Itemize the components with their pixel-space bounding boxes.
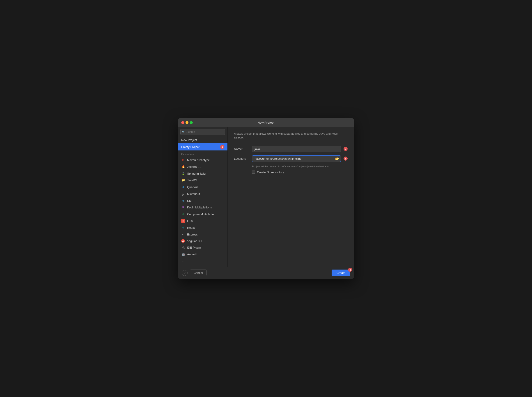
- help-button[interactable]: ?: [182, 270, 188, 276]
- compose-icon: ⚙: [181, 212, 185, 216]
- angular-icon: A: [181, 239, 185, 243]
- sidebar-item-compose-multiplatform[interactable]: ⚙ Compose Multiplatform: [178, 211, 227, 217]
- create-button[interactable]: Create: [332, 270, 350, 276]
- location-label: Location:: [234, 157, 252, 160]
- location-row: Location: 📂 3: [234, 155, 348, 162]
- name-row: Name: 2: [234, 146, 348, 152]
- sidebar-item-express[interactable]: ex Express: [178, 231, 227, 238]
- sidebar-item-javafx[interactable]: 📁 JavaFX: [178, 177, 227, 184]
- title-bar: New Project: [178, 118, 354, 127]
- generators-label: Generators: [178, 150, 227, 156]
- sidebar-item-micronaut[interactable]: μ Micronaut: [178, 190, 227, 197]
- spring-icon: 🍃: [181, 171, 185, 175]
- name-step-badge: 2: [343, 147, 348, 151]
- sidebar: 🔍 New Project Empty Project 1 Generators…: [178, 127, 228, 267]
- git-label: Create Git repository: [257, 171, 284, 174]
- name-label: Name:: [234, 147, 252, 151]
- more-icon: ···: [181, 259, 185, 263]
- project-path-hint: Project will be created in: ~/Documents/…: [252, 165, 348, 168]
- maximize-button[interactable]: [190, 121, 193, 124]
- javafx-icon: 📁: [181, 178, 185, 182]
- micronaut-icon: μ: [181, 192, 185, 196]
- footer: ? Cancel Create 4: [178, 267, 354, 279]
- search-input[interactable]: [180, 129, 225, 135]
- name-input[interactable]: [252, 146, 341, 152]
- sidebar-item-html[interactable]: H HTML: [178, 217, 227, 224]
- traffic-lights: [181, 121, 193, 124]
- sidebar-item-more[interactable]: ···: [178, 258, 227, 264]
- location-step-badge: 3: [343, 156, 348, 161]
- android-icon: 🤖: [181, 252, 185, 256]
- close-button[interactable]: [181, 121, 184, 124]
- sidebar-item-quarkus[interactable]: ❖ Quarkus: [178, 184, 227, 190]
- dialog-body: 🔍 New Project Empty Project 1 Generators…: [178, 127, 354, 267]
- new-project-dialog: New Project 🔍 New Project Empty Project …: [178, 118, 354, 279]
- sidebar-item-angular[interactable]: A Angular CLI: [178, 238, 227, 244]
- git-checkbox[interactable]: [252, 171, 255, 174]
- sidebar-item-android[interactable]: 🤖 Android: [178, 251, 227, 258]
- sidebar-item-kotlin-multiplatform[interactable]: K Kotlin Multiplatform: [178, 204, 227, 211]
- location-input-wrap: 📂 3: [252, 155, 348, 162]
- ktor-icon: ◈: [181, 198, 185, 203]
- sidebar-item-react[interactable]: ⚛ React: [178, 224, 227, 231]
- sidebar-item-ide-plugin[interactable]: 🔌 IDE Plugin: [178, 244, 227, 251]
- sidebar-item-ktor[interactable]: ◈ Ktor: [178, 197, 227, 204]
- quarkus-icon: ❖: [181, 185, 185, 189]
- name-input-wrap: 2: [252, 146, 348, 152]
- minimize-button[interactable]: [185, 121, 189, 124]
- sidebar-item-spring[interactable]: 🍃 Spring Initializr: [178, 170, 227, 177]
- sidebar-item-new-project[interactable]: New Project: [178, 137, 227, 143]
- sidebar-item-jakarta[interactable]: 🔥 Jakarta EE: [178, 163, 227, 170]
- sidebar-item-maven[interactable]: m Maven Archetype: [178, 156, 227, 163]
- search-icon: 🔍: [182, 130, 185, 134]
- express-icon: ex: [181, 232, 185, 236]
- dialog-title: New Project: [258, 121, 274, 124]
- footer-left: ? Cancel: [182, 270, 207, 276]
- create-step-badge: 4: [348, 268, 352, 272]
- html-icon: H: [181, 219, 185, 223]
- ide-plugin-icon: 🔌: [181, 245, 185, 249]
- empty-project-badge: 1: [220, 145, 224, 149]
- cancel-button[interactable]: Cancel: [190, 270, 207, 276]
- react-icon: ⚛: [181, 226, 185, 230]
- browse-folder-icon[interactable]: 📂: [335, 157, 339, 160]
- kotlin-icon: K: [181, 205, 185, 209]
- footer-right: Create 4: [332, 270, 350, 276]
- jakarta-icon: 🔥: [181, 165, 185, 169]
- maven-icon: m: [181, 158, 185, 162]
- project-description: A basic project that allows working with…: [234, 132, 348, 140]
- location-input[interactable]: [252, 155, 341, 162]
- sidebar-list: m Maven Archetype 🔥 Jakarta EE 🍃 Spring …: [178, 156, 227, 264]
- search-box: 🔍: [180, 129, 225, 135]
- sidebar-item-empty-project[interactable]: Empty Project 1: [178, 143, 227, 150]
- git-row: Create Git repository: [252, 171, 348, 174]
- main-content: A basic project that allows working with…: [228, 127, 354, 267]
